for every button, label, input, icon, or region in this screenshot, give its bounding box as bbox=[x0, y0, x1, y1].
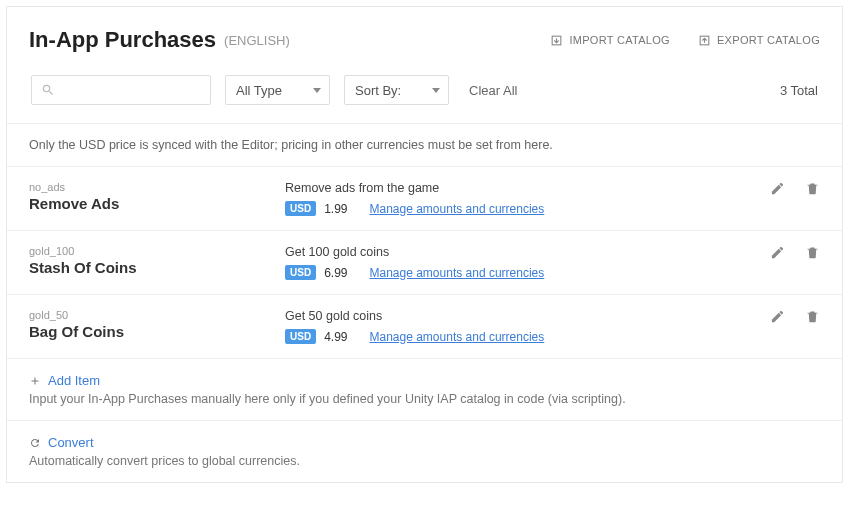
item-name: Stash Of Coins bbox=[29, 259, 285, 276]
chevron-down-icon bbox=[313, 88, 321, 93]
currency-badge: USD bbox=[285, 265, 316, 280]
convert-button[interactable]: Convert bbox=[29, 435, 820, 450]
total-count: 3 Total bbox=[780, 83, 818, 98]
convert-description: Automatically convert prices to global c… bbox=[29, 454, 820, 468]
edit-button[interactable] bbox=[770, 309, 785, 327]
clear-all-button[interactable]: Clear All bbox=[469, 83, 517, 98]
edit-icon bbox=[770, 181, 785, 196]
item-name: Remove Ads bbox=[29, 195, 285, 212]
type-filter-select[interactable]: All Type bbox=[225, 75, 330, 105]
title-language: (ENGLISH) bbox=[224, 33, 290, 48]
manage-currencies-link[interactable]: Manage amounts and currencies bbox=[369, 330, 544, 344]
export-icon bbox=[698, 34, 711, 47]
delete-icon bbox=[805, 245, 820, 260]
search-icon bbox=[41, 83, 55, 97]
add-item-description: Input your In-App Purchases manually her… bbox=[29, 392, 820, 406]
item-price: 1.99 bbox=[324, 202, 347, 216]
iap-panel: In-App Purchases (ENGLISH) IMPORT CATALO… bbox=[6, 6, 843, 483]
page-title: In-App Purchases bbox=[29, 27, 216, 53]
delete-button[interactable] bbox=[805, 181, 820, 199]
iap-item-row: gold_50Bag Of CoinsGet 50 gold coinsUSD4… bbox=[7, 295, 842, 359]
plus-icon bbox=[29, 375, 41, 387]
delete-button[interactable] bbox=[805, 309, 820, 327]
item-description: Get 100 gold coins bbox=[285, 245, 770, 259]
export-catalog-button[interactable]: EXPORT CATALOG bbox=[698, 34, 820, 47]
info-message: Only the USD price is synced with the Ed… bbox=[7, 123, 842, 167]
item-description: Get 50 gold coins bbox=[285, 309, 770, 323]
item-sku: gold_50 bbox=[29, 309, 285, 321]
delete-button[interactable] bbox=[805, 245, 820, 263]
item-price: 6.99 bbox=[324, 266, 347, 280]
panel-header: In-App Purchases (ENGLISH) IMPORT CATALO… bbox=[7, 7, 842, 65]
currency-badge: USD bbox=[285, 201, 316, 216]
edit-button[interactable] bbox=[770, 245, 785, 263]
search-input[interactable] bbox=[31, 75, 211, 105]
iap-item-row: no_adsRemove AdsRemove ads from the game… bbox=[7, 167, 842, 231]
refresh-icon bbox=[29, 437, 41, 449]
add-item-section: Add Item Input your In-App Purchases man… bbox=[7, 359, 842, 421]
chevron-down-icon bbox=[432, 88, 440, 93]
add-item-button[interactable]: Add Item bbox=[29, 373, 820, 388]
iap-item-row: gold_100Stash Of CoinsGet 100 gold coins… bbox=[7, 231, 842, 295]
convert-section: Convert Automatically convert prices to … bbox=[7, 421, 842, 482]
item-sku: gold_100 bbox=[29, 245, 285, 257]
edit-button[interactable] bbox=[770, 181, 785, 199]
manage-currencies-link[interactable]: Manage amounts and currencies bbox=[369, 202, 544, 216]
import-catalog-button[interactable]: IMPORT CATALOG bbox=[550, 34, 670, 47]
edit-icon bbox=[770, 245, 785, 260]
delete-icon bbox=[805, 181, 820, 196]
search-box bbox=[31, 75, 211, 105]
item-description: Remove ads from the game bbox=[285, 181, 770, 195]
manage-currencies-link[interactable]: Manage amounts and currencies bbox=[369, 266, 544, 280]
edit-icon bbox=[770, 309, 785, 324]
toolbar: All Type Sort By: Clear All 3 Total bbox=[7, 65, 842, 123]
import-icon bbox=[550, 34, 563, 47]
currency-badge: USD bbox=[285, 329, 316, 344]
item-name: Bag Of Coins bbox=[29, 323, 285, 340]
sort-by-select[interactable]: Sort By: bbox=[344, 75, 449, 105]
item-sku: no_ads bbox=[29, 181, 285, 193]
delete-icon bbox=[805, 309, 820, 324]
item-price: 4.99 bbox=[324, 330, 347, 344]
